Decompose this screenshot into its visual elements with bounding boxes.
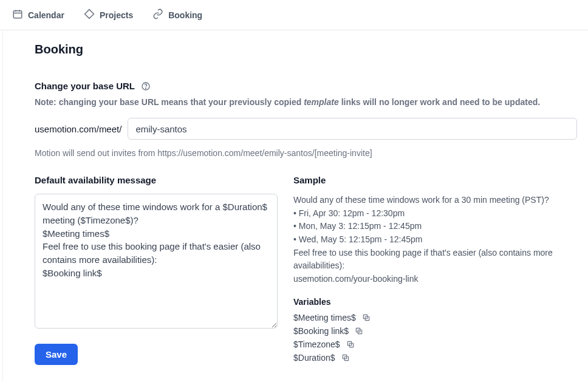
nav-calendar-label: Calendar bbox=[28, 10, 64, 20]
calendar-icon bbox=[12, 9, 23, 21]
top-nav: Calendar Projects Booking bbox=[0, 0, 588, 30]
baseurl-note: Note: changing your base URL means that … bbox=[35, 97, 588, 107]
baseurl-prefix: usemotion.com/meet/ bbox=[35, 124, 121, 134]
variable-name: $Timezone$ bbox=[293, 339, 340, 349]
variable-row: $Duration$ bbox=[293, 353, 576, 363]
svg-rect-4 bbox=[84, 10, 94, 19]
copy-icon[interactable] bbox=[355, 327, 363, 335]
variable-name: $Duration$ bbox=[293, 353, 335, 363]
copy-icon[interactable] bbox=[346, 340, 355, 349]
baseurl-heading: Change your base URL bbox=[35, 81, 135, 91]
variable-row: $Meeting times$ bbox=[293, 313, 576, 322]
nav-projects[interactable]: Projects bbox=[84, 9, 133, 21]
variable-row: $Booking link$ bbox=[293, 326, 576, 336]
variable-name: $Booking link$ bbox=[293, 326, 349, 336]
variable-row: $Timezone$ bbox=[293, 339, 576, 349]
page-title: Booking bbox=[35, 43, 588, 56]
svg-point-6 bbox=[145, 87, 146, 88]
availability-label: Default availability message bbox=[35, 175, 278, 185]
sample-label: Sample bbox=[293, 175, 576, 185]
nav-calendar[interactable]: Calendar bbox=[12, 9, 64, 21]
projects-icon bbox=[84, 9, 95, 21]
nav-booking[interactable]: Booking bbox=[152, 9, 202, 21]
sample-text: Would any of these time windows work for… bbox=[293, 194, 576, 286]
availability-textarea[interactable] bbox=[35, 194, 278, 329]
nav-booking-label: Booking bbox=[168, 10, 202, 20]
svg-rect-0 bbox=[13, 11, 22, 18]
copy-icon[interactable] bbox=[362, 313, 371, 322]
variable-name: $Meeting times$ bbox=[293, 313, 356, 322]
baseurl-input[interactable] bbox=[128, 118, 577, 140]
help-icon[interactable] bbox=[141, 81, 151, 91]
copy-icon[interactable] bbox=[341, 353, 350, 362]
save-button[interactable]: Save bbox=[35, 344, 78, 365]
baseurl-hint: Motion will send out invites from https:… bbox=[35, 148, 588, 158]
variables-label: Variables bbox=[293, 297, 576, 307]
link-icon bbox=[152, 9, 163, 21]
page-content: Booking Change your base URL Note: chang… bbox=[2, 30, 588, 382]
nav-projects-label: Projects bbox=[100, 10, 133, 20]
